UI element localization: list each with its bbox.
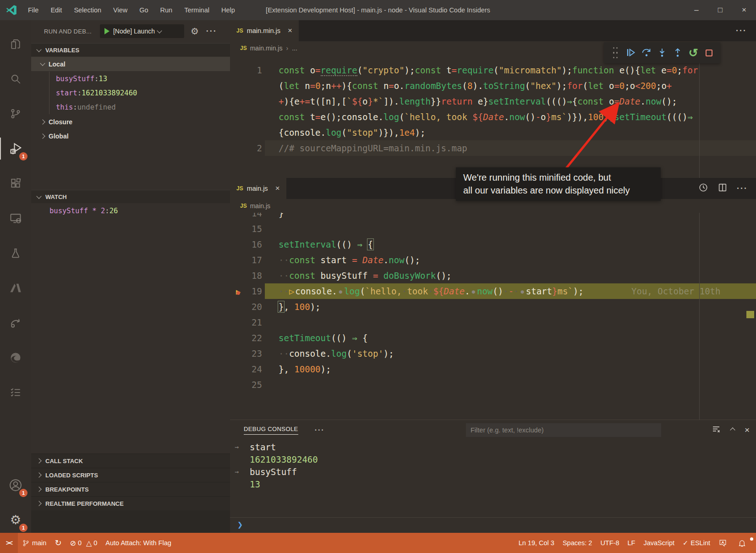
tab-close-icon[interactable]: × <box>288 26 292 35</box>
variable-busystuff[interactable]: busyStuff: 13 <box>31 72 230 86</box>
restart-icon[interactable]: ↺ <box>687 46 700 59</box>
split-editor-icon[interactable] <box>718 182 728 194</box>
git-branch-item[interactable]: main <box>18 533 50 553</box>
problems-item[interactable]: ⊘ 0 △ 0 <box>66 533 101 553</box>
tab-main-js[interactable]: JS main.js × <box>230 178 286 199</box>
console-prompt[interactable]: ❯ <box>237 519 243 530</box>
tab-close-icon[interactable]: × <box>275 184 280 193</box>
extensions-icon[interactable] <box>0 171 31 196</box>
code-line[interactable]: 2//# sourceMappingURL=main.min.js.map <box>230 140 756 156</box>
menu-terminal[interactable]: Terminal <box>178 0 215 20</box>
code-line[interactable]: 15 <box>230 221 756 237</box>
notifications-bell-icon[interactable] <box>734 533 756 553</box>
loaded-scripts-section-header[interactable]: LOADED SCRIPTS <box>31 468 230 482</box>
code-line[interactable]: 23··console.log('stop'); <box>230 346 756 361</box>
code-line[interactable]: {console.log("stop")}),1e4); <box>230 125 756 140</box>
maximize-button[interactable]: □ <box>708 0 732 20</box>
close-button[interactable]: × <box>732 0 756 20</box>
console-row[interactable]: 1621033892460 <box>230 453 756 466</box>
code-line[interactable]: const t=e();console.log(`hello, took ${D… <box>230 109 756 125</box>
todo-checklist-icon[interactable] <box>0 380 31 405</box>
remote-explorer-icon[interactable] <box>0 205 31 231</box>
code-line[interactable]: 21 <box>230 315 756 330</box>
console-filter-input[interactable]: Filter (e.g. text, !exclude) <box>466 423 661 437</box>
breakpoint-gutter[interactable]: ▶ <box>231 283 246 299</box>
variable-this[interactable]: this: undefined <box>31 100 230 114</box>
call-stack-section-header[interactable]: CALL STACK <box>31 453 230 468</box>
realtime-performance-section-header[interactable]: REALTIME PERFORMANCE <box>31 496 230 510</box>
source-control-icon[interactable] <box>0 101 31 127</box>
cursor-position-item[interactable]: Ln 19, Col 3 <box>515 533 559 553</box>
launch-config-dropdown[interactable]: [Node] Launch <box>100 24 184 38</box>
step-out-icon[interactable] <box>671 46 684 59</box>
continue-icon[interactable] <box>625 46 637 59</box>
console-row[interactable]: →start <box>230 441 756 453</box>
menu-run[interactable]: Run <box>154 0 179 20</box>
menu-help[interactable]: Help <box>215 0 241 20</box>
account-icon[interactable]: 1 <box>0 472 31 498</box>
console-row[interactable]: 13 <box>230 478 756 491</box>
code-line[interactable]: 20}, 100); <box>230 299 756 315</box>
tab-main-min-js[interactable]: JS main.min.js × <box>230 20 299 41</box>
toolbar-drag-grip[interactable] <box>609 46 622 59</box>
step-into-icon[interactable] <box>656 46 668 59</box>
code-line[interactable]: 18··const busyStuff = doBusyWork(); <box>230 268 756 283</box>
remote-indicator[interactable]: >< <box>0 533 18 553</box>
minimize-button[interactable]: – <box>685 0 708 20</box>
test-beaker-icon[interactable] <box>0 240 31 266</box>
live-share-icon[interactable] <box>0 310 31 336</box>
editor-more-actions-icon[interactable]: ··· <box>737 184 748 194</box>
menu-selection[interactable]: Selection <box>68 0 107 20</box>
encoding-item[interactable]: UTF-8 <box>596 533 623 553</box>
code-line[interactable]: 24}, 10000); <box>230 361 756 377</box>
language-mode-item[interactable]: JavaScript <box>639 533 679 553</box>
code-line[interactable]: (let n=0;n++){const n=o.randomBytes(8).t… <box>230 78 756 94</box>
search-icon[interactable] <box>0 66 31 92</box>
stop-icon[interactable] <box>702 46 715 59</box>
code-line[interactable]: 14} <box>230 213 756 221</box>
scope-local[interactable]: Local <box>31 57 230 71</box>
sync-icon[interactable]: ↻ <box>50 533 66 553</box>
code-line[interactable]: ▶19··▷console.●log(`hello,·took·${Date.●… <box>230 283 756 299</box>
editor-more-actions-icon[interactable]: ··· <box>736 26 747 36</box>
menu-view[interactable]: View <box>107 0 133 20</box>
code-line[interactable]: 1const o=require("crypto");const t=requi… <box>230 62 756 78</box>
debug-console-tab[interactable]: DEBUG CONSOLE <box>244 426 298 435</box>
menu-file[interactable]: File <box>22 0 44 20</box>
collapse-panel-icon[interactable] <box>730 427 735 432</box>
debug-gear-icon[interactable]: ⚙ <box>191 26 199 37</box>
menu-edit[interactable]: Edit <box>44 0 68 20</box>
code-line[interactable]: 25 <box>230 377 756 393</box>
edge-browser-icon[interactable] <box>0 345 31 371</box>
code-line[interactable]: 17··const start = Date.now(); <box>230 252 756 268</box>
sidebar-more-actions-icon[interactable]: ··· <box>206 27 217 36</box>
scope-closure[interactable]: Closure <box>31 115 230 129</box>
menu-go[interactable]: Go <box>133 0 154 20</box>
console-row[interactable]: →busyStuff <box>230 466 756 478</box>
watch-expression[interactable]: busyStuff * 2: 26 <box>31 204 230 218</box>
auto-attach-item[interactable]: Auto Attach: With Flag <box>101 533 175 553</box>
step-over-icon[interactable] <box>640 46 653 59</box>
breakpoints-section-header[interactable]: BREAKPOINTS <box>31 482 230 496</box>
code-line[interactable]: +){e+=t([n],[`${o}*`]).length}}return e}… <box>230 94 756 109</box>
feedback-icon[interactable] <box>714 533 734 553</box>
run-and-debug-icon[interactable]: 1 <box>0 136 31 161</box>
code-line[interactable]: 22setTimeout(() ⇒ { <box>230 330 756 346</box>
breadcrumb-bottom[interactable]: JS main.js <box>230 199 756 213</box>
timeline-icon[interactable] <box>698 182 708 194</box>
variable-start[interactable]: start: 1621033892460 <box>31 86 230 100</box>
panel-more-actions-icon[interactable]: ··· <box>315 426 325 434</box>
eslint-item[interactable]: ✓ ESLint <box>679 533 714 553</box>
settings-gear-icon[interactable]: ⚙ 1 <box>0 507 31 533</box>
scope-global[interactable]: Global <box>31 129 230 143</box>
eol-item[interactable]: LF <box>623 533 639 553</box>
start-debug-icon[interactable] <box>104 28 110 34</box>
explorer-icon[interactable] <box>0 31 31 57</box>
clear-filter-icon[interactable] <box>712 425 721 436</box>
indentation-item[interactable]: Spaces: 2 <box>559 533 597 553</box>
variables-section-header[interactable]: VARIABLES <box>31 43 230 56</box>
azure-icon[interactable] <box>0 275 31 301</box>
code-line[interactable]: 16setInterval(() ⇒ { <box>230 237 756 252</box>
close-panel-icon[interactable]: × <box>745 425 750 435</box>
watch-section-header[interactable]: WATCH <box>31 190 230 203</box>
